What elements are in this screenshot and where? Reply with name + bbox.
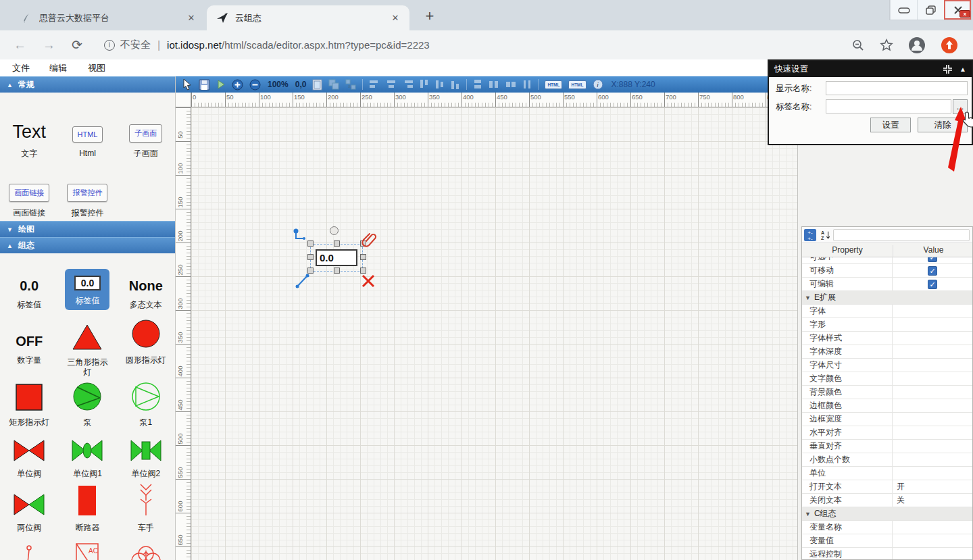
property-value[interactable]: 开 bbox=[893, 480, 972, 494]
sort-az-icon[interactable]: AZ bbox=[819, 229, 831, 241]
quick-settings-header[interactable]: 快速设置 ▲ bbox=[769, 61, 972, 77]
palette-item-tag-value-selected[interactable]: 0.0 标签值 bbox=[58, 253, 116, 313]
browser-tab-inactive[interactable]: 思普云大数据平台 ✕ bbox=[11, 5, 205, 30]
property-value[interactable] bbox=[893, 521, 972, 534]
property-value[interactable] bbox=[893, 345, 972, 359]
restore-button[interactable] bbox=[917, 0, 944, 20]
property-row[interactable]: 可选中✓ bbox=[802, 257, 972, 264]
property-row[interactable]: 水平对齐 bbox=[802, 426, 972, 440]
property-row[interactable]: 文字颜色 bbox=[802, 372, 972, 386]
resize-handle-e[interactable] bbox=[360, 254, 366, 260]
property-row[interactable]: 字体 bbox=[802, 305, 972, 318]
property-value[interactable] bbox=[893, 386, 972, 399]
palette-item-two-way-valve[interactable]: 两位阀 bbox=[0, 482, 58, 536]
checkbox-checked[interactable]: ✓ bbox=[928, 266, 937, 276]
reload-icon[interactable]: ⟳ bbox=[72, 37, 82, 53]
apply-button[interactable]: 设置 bbox=[870, 118, 911, 132]
property-row[interactable]: 边框宽度 bbox=[802, 413, 972, 426]
same-size-tool[interactable] bbox=[505, 80, 516, 89]
palette-item-rect-indicator[interactable]: 矩形指示灯 bbox=[0, 380, 58, 430]
menu-edit[interactable]: 编辑 bbox=[49, 62, 67, 74]
property-row[interactable]: 打开文本开 bbox=[802, 480, 972, 494]
property-value[interactable]: 关 bbox=[893, 494, 972, 507]
property-row[interactable]: 边框颜色 bbox=[802, 399, 972, 413]
menu-view[interactable]: 视图 bbox=[88, 62, 105, 74]
preview-html-tool[interactable]: HTML bbox=[568, 80, 586, 89]
property-value[interactable]: ✓ bbox=[893, 278, 972, 291]
checkbox-checked[interactable]: ✓ bbox=[928, 257, 937, 262]
menu-file[interactable]: 文件 bbox=[12, 62, 30, 74]
zoom-out-tool[interactable] bbox=[249, 79, 261, 91]
resize-handle-sw[interactable] bbox=[307, 268, 314, 274]
rotate-handle[interactable] bbox=[330, 226, 339, 235]
section-header-draw[interactable]: ▼ 绘图 bbox=[0, 221, 175, 237]
value-column-header[interactable]: Value bbox=[893, 245, 973, 257]
connector-icon[interactable] bbox=[293, 228, 309, 244]
property-row[interactable]: 背景颜色 bbox=[802, 386, 972, 399]
display-name-input[interactable] bbox=[826, 81, 968, 95]
palette-item-tag-value[interactable]: 0.0 标签值 bbox=[0, 253, 58, 313]
section-header-scada[interactable]: ▲ 组态 bbox=[0, 237, 175, 253]
dock-icon[interactable] bbox=[943, 64, 953, 74]
category-collapse-icon[interactable]: ▼ bbox=[805, 295, 811, 301]
align-right-tool[interactable] bbox=[403, 80, 414, 89]
palette-item-text[interactable]: Text 文字 bbox=[0, 93, 58, 161]
property-value[interactable] bbox=[893, 318, 972, 332]
palette-item-digital-value[interactable]: OFF 数字量 bbox=[0, 313, 58, 380]
palette-item-breaker[interactable]: 断路器 bbox=[58, 482, 116, 536]
palette-item-valve[interactable]: 单位阀 bbox=[0, 430, 58, 482]
palette-item-pump1[interactable]: 泵1 bbox=[117, 380, 175, 430]
palette-item-alarm-widget[interactable]: 报警控件 报警控件 bbox=[58, 161, 116, 221]
property-category-row[interactable]: ▼C组态 bbox=[802, 507, 972, 521]
zoom-out-page-icon[interactable] bbox=[851, 39, 865, 52]
property-row[interactable]: 小数点个数 bbox=[802, 453, 972, 467]
palette-item-knife-switch[interactable]: 刀闸 bbox=[0, 536, 58, 560]
palette-item-screen-link[interactable]: 画面链接 画面链接 bbox=[0, 161, 58, 221]
align-middle-tool[interactable] bbox=[435, 79, 445, 90]
profile-avatar-icon[interactable] bbox=[908, 36, 926, 54]
url-display[interactable]: i 不安全 | iot.idosp.net/html/scada/editor.… bbox=[104, 39, 430, 51]
resize-handle-s[interactable] bbox=[334, 268, 340, 274]
palette-item-pump[interactable]: 泵 bbox=[58, 380, 116, 430]
property-row[interactable]: 可移动✓ bbox=[802, 264, 972, 278]
palette-item-pt[interactable]: PT bbox=[117, 536, 175, 560]
select-cursor-tool[interactable] bbox=[182, 78, 193, 91]
property-value[interactable] bbox=[893, 453, 972, 467]
new-tab-button[interactable]: + bbox=[420, 7, 439, 26]
screen-settings-tool[interactable] bbox=[312, 79, 322, 91]
property-value[interactable] bbox=[893, 332, 972, 345]
property-value[interactable] bbox=[893, 440, 972, 453]
close-button[interactable]: x bbox=[944, 0, 971, 20]
property-row[interactable]: 关闭文本关 bbox=[802, 494, 972, 507]
property-filter-field[interactable] bbox=[833, 229, 970, 241]
same-width-tool[interactable] bbox=[473, 79, 482, 90]
align-center-tool[interactable] bbox=[386, 80, 397, 89]
property-row[interactable]: 变量名称 bbox=[802, 521, 972, 534]
palette-item-html[interactable]: HTML Html bbox=[58, 93, 116, 161]
canvas-tag-value-element[interactable]: 0.0 bbox=[316, 249, 357, 266]
categorize-view-icon[interactable]: +-+- bbox=[804, 229, 816, 241]
property-value[interactable] bbox=[893, 426, 972, 440]
palette-item-subscreen[interactable]: 子画面 子画面 bbox=[117, 93, 175, 161]
line-tool-icon[interactable] bbox=[294, 274, 310, 290]
property-row[interactable]: 单位 bbox=[802, 467, 972, 480]
export-html-tool[interactable]: HTML bbox=[545, 80, 562, 89]
category-collapse-icon[interactable]: ▼ bbox=[805, 511, 811, 517]
zoom-in-tool[interactable] bbox=[232, 79, 243, 91]
back-icon[interactable]: ← bbox=[14, 38, 26, 53]
tag-name-input[interactable] bbox=[826, 99, 951, 113]
attachment-paperclip-icon[interactable] bbox=[361, 231, 378, 249]
resize-handle-se[interactable] bbox=[360, 268, 366, 274]
save-tool[interactable] bbox=[199, 79, 210, 91]
property-row[interactable]: 字体深度 bbox=[802, 345, 972, 359]
property-row[interactable]: 远程控制 bbox=[802, 548, 972, 559]
align-left-tool[interactable] bbox=[369, 80, 380, 89]
section-header-general[interactable]: ▲ 常规 bbox=[0, 76, 175, 93]
palette-item-multistate-text[interactable]: None 多态文本 bbox=[117, 253, 175, 313]
property-row[interactable]: 变量值 bbox=[802, 534, 972, 548]
palette-item-handcart[interactable]: 车手 bbox=[117, 482, 175, 536]
same-height-tool[interactable] bbox=[489, 80, 499, 89]
property-row[interactable]: 字形 bbox=[802, 318, 972, 332]
ungroup-tool[interactable]: a bbox=[345, 79, 356, 90]
clear-button[interactable]: 清除 bbox=[918, 118, 968, 132]
